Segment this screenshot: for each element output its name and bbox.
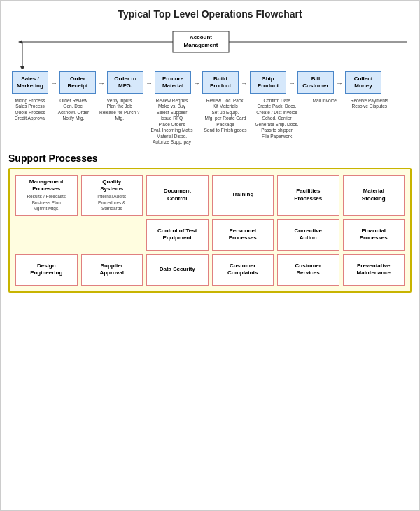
support-box-preventative: PreventativeMaintenance	[343, 254, 405, 286]
arrow-7: →	[336, 79, 343, 87]
support-box-management: ManagementProcesses Results / ForecastsB…	[15, 175, 78, 216]
process-box-build: BuildProduct	[202, 71, 239, 94]
svg-text:Account: Account	[190, 34, 212, 41]
sub-text-build: Review Doc. Pack.Kit MaterialsSet up Equ…	[203, 98, 247, 146]
process-box-order-receipt: OrderReceipt	[59, 71, 96, 94]
arrow-3: →	[146, 79, 153, 87]
sub-text-procure: Review ReqmtsMake vs. BuySelect Supplier…	[147, 98, 196, 146]
support-grid-wrapper: ManagementProcesses Results / ForecastsB…	[8, 168, 412, 293]
process-boxes-row: Sales /Marketing → OrderReceipt → Order …	[8, 71, 412, 94]
support-box-test-equipment: Control of TestEquipment	[146, 219, 209, 251]
process-box-bill: BillCustomer	[298, 71, 334, 94]
process-box-order-mfg: Order toMFG.	[107, 71, 144, 94]
support-box-empty-2	[81, 219, 144, 251]
support-box-empty-1	[15, 219, 78, 251]
sub-text-ship: Confirm DateCreate Pack. Docs.Create / D…	[255, 98, 300, 146]
sub-text-collect: Receive PaymentsResolve Disputes	[350, 98, 389, 146]
svg-text:Management: Management	[184, 42, 218, 48]
top-flow-svg: Account Management	[8, 30, 412, 69]
sub-text-row: Mktng ProcessSales ProcessQuote ProcessC…	[8, 98, 412, 146]
arrow-1: →	[50, 79, 57, 87]
svg-marker-6	[20, 66, 24, 69]
support-box-document-control: DocumentControl	[146, 175, 209, 216]
support-box-facilities: FacilitiesProcesses	[277, 175, 340, 216]
process-box-sales: Sales /Marketing	[12, 71, 48, 94]
support-grid: ManagementProcesses Results / ForecastsB…	[15, 175, 405, 286]
svg-marker-4	[18, 40, 22, 44]
support-section: Support Processes ManagementProcesses Re…	[8, 153, 412, 293]
arrow-2: →	[98, 79, 105, 87]
arrow-5: →	[241, 79, 248, 87]
sub-text-sales: Mktng ProcessSales ProcessQuote ProcessC…	[12, 98, 48, 146]
support-box-personnel: PersonnelProcesses	[212, 219, 274, 251]
arrow-4: →	[193, 79, 200, 87]
sub-text-bill: Mail Invoice	[307, 98, 343, 146]
arrow-6: →	[288, 79, 295, 87]
support-box-design: DesignEngineering	[15, 254, 78, 286]
page-title: Typical Top Level Operations Flowchart	[8, 8, 412, 20]
sub-text-mfg: Verify InputsPlan the JobRelease for Pur…	[99, 98, 140, 146]
sub-text-order: Order ReviewGen. Doc.Acknowl. OrderNotif…	[55, 98, 92, 146]
flowchart-area: Account Management Sales /Marketing → Or…	[8, 30, 412, 146]
support-box-corrective: CorrectiveAction	[277, 219, 340, 251]
support-title: Support Processes	[8, 153, 412, 164]
process-box-ship: ShipProduct	[250, 71, 286, 94]
support-box-data-security: Data Security	[146, 254, 209, 286]
support-box-quality: QualitySystems Internal AuditsProcedures…	[81, 175, 144, 216]
process-box-procure: ProcureMaterial	[155, 71, 191, 94]
support-box-customer-services: CustomerServices	[277, 254, 340, 286]
support-box-training: Training	[212, 175, 274, 216]
support-box-material-stocking: MaterialStocking	[343, 175, 405, 216]
support-box-supplier: SupplierApproval	[81, 254, 144, 286]
support-box-financial: FinancialProcesses	[343, 219, 405, 251]
support-box-customer-complaints: CustomerComplaints	[212, 254, 274, 286]
process-box-collect: CollectMoney	[345, 71, 382, 94]
